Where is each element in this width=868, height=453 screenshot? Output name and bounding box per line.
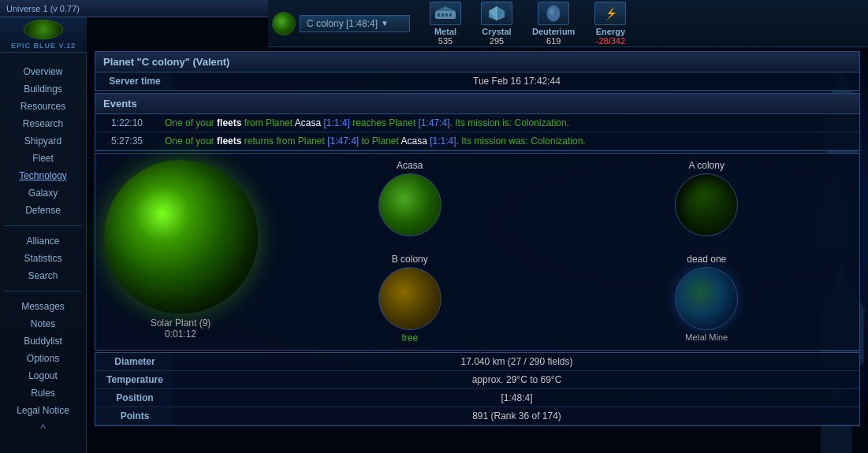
planet-selector-chevron: ▼ (381, 19, 389, 28)
planet-thumb-deadone[interactable]: dead one Metal Mine (561, 254, 854, 343)
event-row-2: 5:27:35 One of your fleets returns from … (95, 132, 859, 150)
resource-deuterium: Deuterium 619 (532, 2, 575, 46)
diameter-label: Diameter (95, 353, 174, 371)
bcolony-image (378, 267, 441, 330)
main-planet-view: Solar Plant (9) 0:01:12 (102, 160, 259, 340)
sidebar-item-buddylist[interactable]: Buddylist (0, 332, 86, 350)
planet-thumb-acolony[interactable]: A colony (561, 160, 854, 250)
sidebar-nav: Overview Buildings Resources Research Sh… (0, 53, 86, 439)
energy-icon (594, 2, 626, 25)
svg-point-11 (549, 9, 554, 15)
sidebar-item-statistics[interactable]: Statistics (0, 250, 86, 267)
resource-energy: Energy -28/342 (594, 2, 626, 46)
points-value: 891 (Rank 36 of 174) (174, 407, 859, 425)
planet-header: Planet "C colony" (Valent) (95, 52, 859, 72)
position-label: Position (95, 389, 174, 407)
svg-marker-1 (435, 6, 456, 11)
event-time-1: 1:22:10 (95, 114, 158, 132)
event-text-2: One of your fleets returns from Planet [… (158, 132, 859, 150)
planet-thumb-bcolony[interactable]: B colony free (263, 254, 557, 343)
sidebar: EPIC BLUE V.12 Overview Buildings Resour… (0, 17, 87, 453)
planet-info-panel: Diameter 17.040 km (27 / 290 fields) Tem… (95, 352, 860, 426)
svg-rect-5 (449, 13, 452, 17)
position-row: Position [1:48:4] (95, 389, 859, 407)
sidebar-item-search[interactable]: Search (0, 267, 86, 284)
svg-rect-3 (441, 13, 444, 17)
bcolony-status: free (263, 332, 557, 343)
sidebar-item-alliance[interactable]: Alliance (0, 232, 86, 250)
sidebar-item-rules[interactable]: Rules (0, 384, 86, 402)
temperature-label: Temperature (95, 371, 174, 389)
deadone-name: dead one (561, 254, 854, 265)
planet-thumbnail-bar (272, 12, 296, 35)
deuterium-icon (538, 2, 569, 25)
event-row-1: 1:22:10 One of your fleets from Planet A… (95, 114, 859, 132)
planet-panel: Planet "C colony" (Valent) Server time T… (95, 51, 860, 91)
sidebar-item-galaxy[interactable]: Galaxy (0, 184, 86, 202)
event-time-2: 5:27:35 (95, 132, 158, 150)
svg-rect-2 (438, 13, 440, 17)
deuterium-value: 619 (546, 36, 561, 46)
resource-crystal: Crystal 295 (481, 2, 512, 46)
points-label: Points (95, 407, 174, 425)
planet-info-table: Diameter 17.040 km (27 / 290 fields) Tem… (95, 353, 859, 425)
acasa-image (378, 173, 441, 236)
sidebar-item-legal-notice[interactable]: Legal Notice (0, 402, 86, 419)
sidebar-item-notes[interactable]: Notes (0, 315, 86, 332)
sidebar-item-fleet[interactable]: Fleet (0, 150, 86, 167)
crystal-icon (481, 2, 512, 25)
planet-selector[interactable]: C colony [1:48:4] ▼ (300, 15, 410, 32)
sidebar-item-messages[interactable]: Messages (0, 298, 86, 315)
server-time-value: Tue Feb 16 17:42:44 (174, 72, 859, 91)
acolony-status (561, 239, 854, 250)
sidebar-item-shipyard[interactable]: Shipyard (0, 132, 86, 150)
energy-label: Energy (596, 27, 625, 36)
acolony-image (675, 173, 738, 236)
sidebar-expand-btn[interactable]: ^ (0, 422, 86, 435)
acolony-name: A colony (561, 160, 854, 171)
planet-view-panel: Solar Plant (9) 0:01:12 Acasa A colony (95, 153, 860, 351)
main-planet-building: Solar Plant (9) 0:01:12 (102, 317, 259, 340)
logo-area: EPIC BLUE V.12 (0, 17, 87, 53)
crystal-label: Crystal (482, 27, 511, 36)
temperature-value: approx. 29°C to 69°C (174, 371, 859, 389)
title-bar: Universe 1 (v 0.77) (0, 0, 268, 17)
acasa-status (263, 239, 557, 250)
resource-metal: Metal 535 (430, 2, 461, 46)
sidebar-item-options[interactable]: Options (0, 350, 86, 367)
events-header: Events (95, 94, 859, 114)
temperature-row: Temperature approx. 29°C to 69°C (95, 371, 859, 389)
main-content: Planet "C colony" (Valent) Server time T… (87, 47, 868, 453)
deadone-status: Metal Mine (561, 332, 854, 342)
sidebar-item-resources[interactable]: Resources (0, 98, 86, 115)
crystal-value: 295 (490, 36, 504, 46)
metal-icon (430, 2, 461, 25)
resource-bar: C colony [1:48:4] ▼ Metal 535 Crystal 29… (268, 0, 868, 47)
position-value: [1:48:4] (174, 389, 859, 407)
sidebar-item-research[interactable]: Research (0, 115, 86, 132)
acasa-name: Acasa (263, 160, 557, 171)
logo-text: EPIC BLUE V.12 (11, 42, 76, 50)
sidebar-item-logout[interactable]: Logout (0, 367, 86, 384)
main-planet-image (104, 160, 258, 314)
diameter-row: Diameter 17.040 km (27 / 290 fields) (95, 353, 859, 371)
svg-rect-4 (445, 13, 448, 17)
sidebar-item-technology[interactable]: Technology (0, 167, 86, 184)
deuterium-label: Deuterium (532, 27, 575, 36)
server-time-table: Server time Tue Feb 16 17:42:44 (95, 72, 859, 91)
svg-marker-13 (606, 6, 616, 20)
planet-thumbnails-grid: Acasa A colony B colony free (263, 160, 853, 343)
sidebar-item-defense[interactable]: Defense (0, 202, 86, 219)
sidebar-item-overview[interactable]: Overview (0, 63, 86, 80)
planet-thumb-acasa[interactable]: Acasa (263, 160, 557, 250)
sidebar-item-buildings[interactable]: Buildings (0, 80, 86, 98)
points-row: Points 891 (Rank 36 of 174) (95, 407, 859, 425)
bcolony-name: B colony (263, 254, 557, 265)
planet-selector-label: C colony [1:48:4] (307, 18, 378, 29)
server-time-label: Server time (95, 72, 174, 91)
app-title: Universe 1 (v 0.77) (6, 4, 80, 13)
energy-value: -28/342 (596, 36, 625, 46)
deadone-image (675, 267, 738, 330)
server-time-row: Server time Tue Feb 16 17:42:44 (95, 72, 859, 91)
event-text-1: One of your fleets from Planet Acasa [1:… (158, 114, 859, 132)
